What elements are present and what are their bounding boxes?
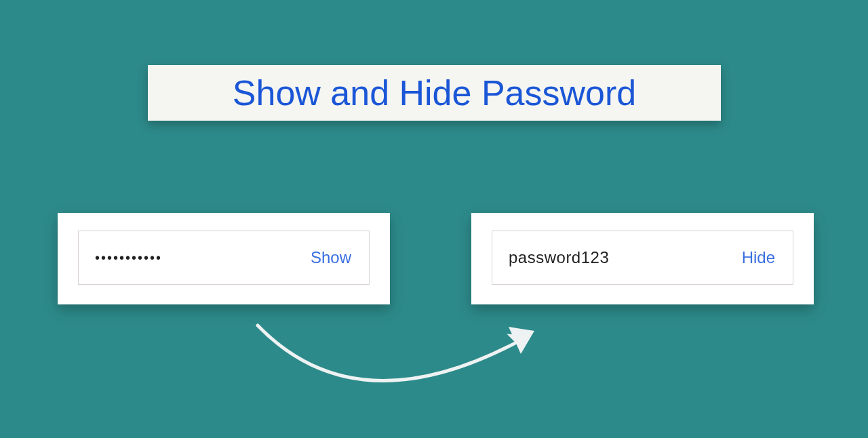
hide-password-button[interactable]: Hide [739,248,778,267]
svg-marker-1 [509,327,534,354]
page-title: Show and Hide Password [233,73,636,113]
password-card-hidden: Show [58,213,390,304]
arrow-icon [237,298,576,420]
title-banner: Show and Hide Password [148,65,721,121]
password-input-masked[interactable] [95,250,308,266]
password-card-visible: Hide [471,213,814,304]
password-input-container-visible: Hide [492,231,793,285]
show-password-button[interactable]: Show [308,248,354,267]
password-input-container-hidden: Show [78,231,370,285]
password-input-revealed[interactable] [509,248,739,267]
